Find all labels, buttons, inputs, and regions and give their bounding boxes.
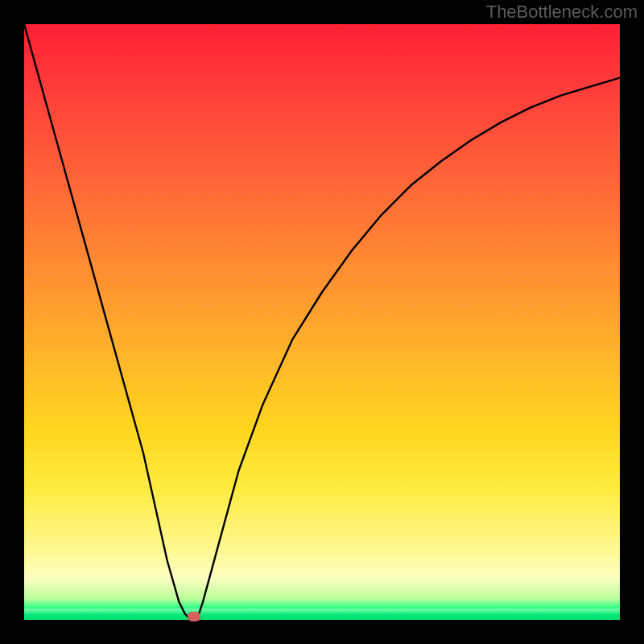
bottleneck-curve — [24, 24, 620, 620]
attribution-text: TheBottleneck.com — [486, 2, 638, 23]
plot-area — [24, 24, 620, 620]
minimum-marker — [188, 612, 200, 621]
chart-frame: TheBottleneck.com — [0, 0, 644, 644]
curve-svg — [24, 24, 620, 620]
